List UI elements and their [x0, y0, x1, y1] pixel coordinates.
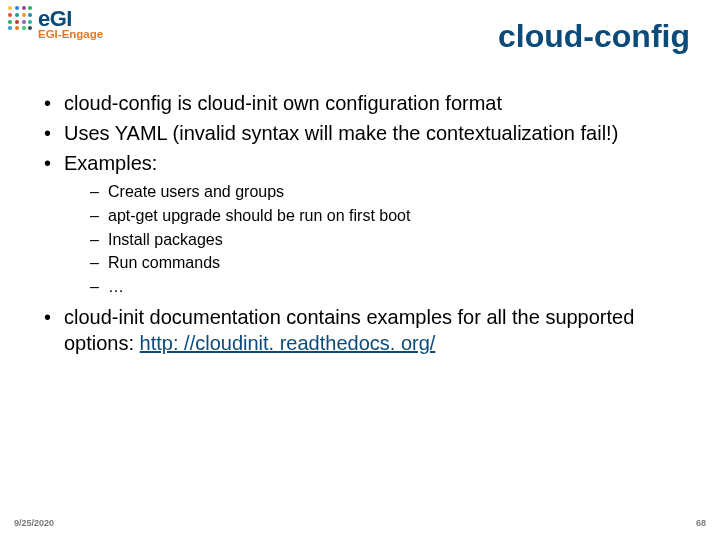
slide-body: cloud-config is cloud-init own configura… — [40, 90, 690, 360]
slide-title: cloud-config — [498, 18, 690, 55]
egi-logo: eGI EGI-Engage — [8, 6, 128, 40]
logo-dots-icon — [8, 6, 34, 32]
bullet-text: Examples: — [64, 152, 157, 174]
sub-bullet-list: Create users and groups apt-get upgrade … — [88, 182, 690, 298]
logo-subbrand-text: EGI-Engage — [38, 28, 128, 40]
bullet-list: cloud-config is cloud-init own configura… — [40, 90, 690, 356]
sub-bullet-item: Run commands — [88, 253, 690, 274]
sub-bullet-item: Install packages — [88, 230, 690, 251]
sub-bullet-item: Create users and groups — [88, 182, 690, 203]
footer-date: 9/25/2020 — [14, 518, 54, 528]
bullet-item: Uses YAML (invalid syntax will make the … — [40, 120, 690, 146]
doc-link[interactable]: http: //cloudinit. readthedocs. org/ — [140, 332, 436, 354]
sub-bullet-item: … — [88, 277, 690, 298]
sub-bullet-item: apt-get upgrade should be run on first b… — [88, 206, 690, 227]
slide: eGI EGI-Engage cloud-config cloud-config… — [0, 0, 720, 540]
slide-footer: 9/25/2020 68 — [14, 518, 706, 528]
footer-page-number: 68 — [696, 518, 706, 528]
bullet-item: Examples: Create users and groups apt-ge… — [40, 150, 690, 298]
bullet-item: cloud-init documentation contains exampl… — [40, 304, 690, 356]
bullet-item: cloud-config is cloud-init own configura… — [40, 90, 690, 116]
slide-header: eGI EGI-Engage cloud-config — [0, 0, 720, 72]
